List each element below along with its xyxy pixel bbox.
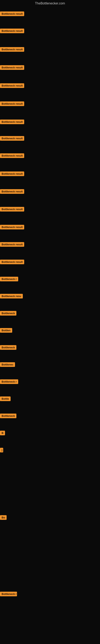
bottleneck-item[interactable]: Bottleneck result xyxy=(0,47,24,52)
bottleneck-badge: Bottleneck result xyxy=(0,136,24,141)
bottleneck-badge: Bottleneck result xyxy=(0,83,24,88)
bottleneck-badge: Bottlen xyxy=(0,328,12,333)
bottleneck-item[interactable]: Bottleneck result xyxy=(0,242,24,248)
bottleneck-item[interactable]: Bottlen xyxy=(0,328,12,334)
bottleneck-item[interactable]: Bottleneck r xyxy=(0,277,18,282)
bottleneck-item[interactable]: Bottleneck resu xyxy=(0,294,23,299)
bottleneck-item[interactable]: Bottleneck result xyxy=(0,225,24,230)
bottleneck-item[interactable]: Bottleneck result xyxy=(0,189,24,194)
bottleneck-item[interactable]: Bottlenec xyxy=(0,362,15,368)
bottleneck-item[interactable]: Bottleneck result xyxy=(0,172,24,177)
bottleneck-badge: Bottlenec xyxy=(0,362,15,367)
bottleneck-badge: Bottleneck result xyxy=(0,260,24,264)
bottleneck-badge: Bottleneck result xyxy=(0,172,24,176)
bottleneck-badge: Bottleneck result xyxy=(0,189,24,194)
bottleneck-item[interactable]: Bottleneck result xyxy=(0,120,24,125)
bottleneck-item[interactable]: Bottle xyxy=(0,396,11,402)
bottleneck-badge: Bottleneck result xyxy=(0,12,24,16)
bottleneck-item[interactable]: Bottleneck result xyxy=(0,12,24,17)
bottleneck-badge: Bottleneck result xyxy=(0,102,24,106)
bottleneck-item[interactable]: | xyxy=(0,448,3,453)
bottleneck-badge: Bottleneck r xyxy=(0,592,17,596)
bottleneck-badge: Bottleneck xyxy=(0,345,16,350)
bottleneck-badge: Bottleneck result xyxy=(0,120,24,124)
bottleneck-item[interactable]: Bottleneck result xyxy=(0,136,24,142)
bottleneck-badge: Bottleneck xyxy=(0,311,16,316)
bottleneck-item[interactable]: Bottleneck r xyxy=(0,592,17,597)
bottleneck-item[interactable]: Bottleneck xyxy=(0,414,16,419)
bottleneck-badge: Bottleneck result xyxy=(0,47,24,52)
bottleneck-badge: Bottle xyxy=(0,396,11,401)
bottleneck-item[interactable]: Bottleneck result xyxy=(0,28,24,34)
bottleneck-badge: Bottleneck result xyxy=(0,207,24,212)
bottleneck-badge: Bottleneck xyxy=(0,414,16,418)
bottleneck-badge: Bottleneck resu xyxy=(0,294,23,298)
bottleneck-item[interactable]: Bottleneck result xyxy=(0,260,24,265)
bottleneck-item[interactable]: Bottleneck result xyxy=(0,102,24,107)
bottleneck-badge: Bo xyxy=(0,515,7,520)
bottleneck-item[interactable]: Bottleneck xyxy=(0,345,16,350)
bottleneck-badge: Bottleneck result xyxy=(0,153,24,158)
bottleneck-badge: | xyxy=(0,448,3,452)
bottleneck-item[interactable]: Bottleneck result xyxy=(0,153,24,159)
bottleneck-badge: Bottleneck r xyxy=(0,277,18,281)
bottleneck-item[interactable]: Bottleneck result xyxy=(0,83,24,89)
bottleneck-badge: Bottleneck result xyxy=(0,242,24,247)
bottleneck-item[interactable]: Bottleneck xyxy=(0,311,16,316)
bottleneck-badge: B xyxy=(0,431,5,435)
bottleneck-item[interactable]: Bo xyxy=(0,515,7,521)
bottleneck-badge: Bottleneck result xyxy=(0,225,24,230)
bottleneck-badge: Bottleneck result xyxy=(0,28,24,33)
bottleneck-badge: Bottleneck r xyxy=(0,379,18,384)
site-title: TheBottlenecker.com xyxy=(0,0,100,7)
bottleneck-item[interactable]: Bottleneck result xyxy=(0,65,24,71)
bottleneck-badge: Bottleneck result xyxy=(0,65,24,70)
site-title-text: TheBottlenecker.com xyxy=(35,2,65,5)
bottleneck-item[interactable]: B xyxy=(0,431,5,436)
bottleneck-item[interactable]: Bottleneck result xyxy=(0,207,24,212)
bottleneck-item[interactable]: Bottleneck r xyxy=(0,379,18,385)
